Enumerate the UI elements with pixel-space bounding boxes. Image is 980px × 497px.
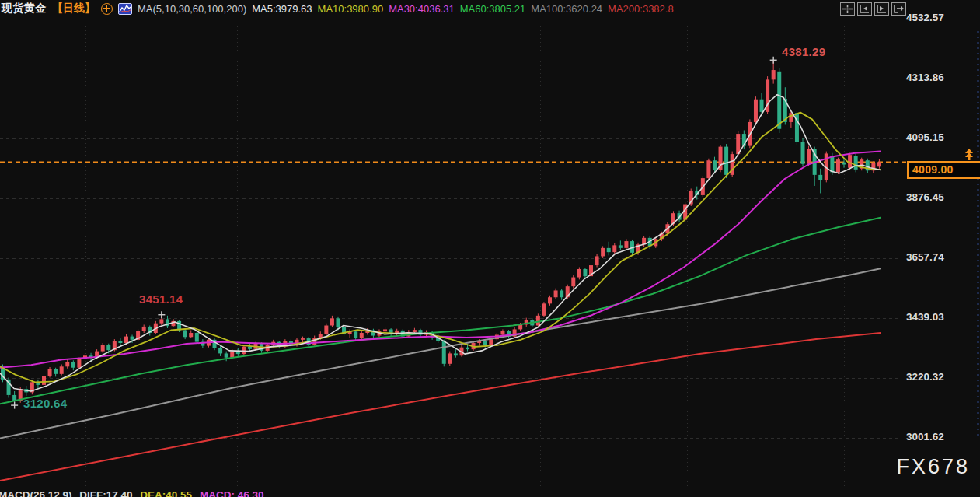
- price-annotation: 3120.64: [23, 397, 67, 410]
- axis-tick-label: 3220.32: [906, 371, 976, 383]
- ma10-value: MA10:3980.90: [318, 3, 384, 15]
- chart-header: 现货黄金 【日线】 MA(5,10,30,60,100,200) MA5:397…: [0, 0, 674, 17]
- current-price-value: 4009.00: [912, 163, 954, 176]
- go-to-latest-icon[interactable]: [874, 2, 889, 16]
- axis-tick-label: 4313.86: [906, 72, 976, 83]
- macd-dea-value: DEA:40.55: [140, 489, 192, 497]
- axis-tick-label: 3876.45: [906, 191, 976, 203]
- current-price-box: 4009.00: [907, 161, 980, 179]
- axis-tick-label: 3001.62: [906, 431, 976, 443]
- exit-chart-icon[interactable]: [891, 2, 906, 16]
- scale-left-icon[interactable]: [857, 2, 872, 16]
- ma30-value: MA30:4036.31: [389, 3, 455, 15]
- period-label: 【日线】: [52, 2, 96, 16]
- price-up-arrow-icon: [964, 149, 975, 161]
- mini-chart-icon[interactable]: [118, 3, 132, 15]
- ma-settings-label: MA(5,10,30,60,100,200): [138, 3, 246, 15]
- price-annotation: 4381.29: [782, 45, 825, 58]
- watermark: FX678: [896, 455, 970, 479]
- compare-plus-icon[interactable]: [101, 3, 113, 15]
- candles: [1, 60, 881, 405]
- crosshair-icon[interactable]: [840, 2, 855, 16]
- axis-tick-label: 4532.57: [906, 12, 976, 23]
- extreme-marker-high: [158, 311, 165, 318]
- extreme-marker-low: [11, 402, 18, 409]
- macd-params-label: MACD(26,12,9): [0, 489, 72, 497]
- price-annotation: 3451.14: [139, 292, 183, 306]
- axis-tick-label: 3439.03: [906, 311, 976, 323]
- axis-tick-label: 4095.15: [906, 131, 976, 143]
- macd-macd-value: MACD: 46.30: [200, 489, 264, 497]
- chart-window: { "header": { "symbol": "现货黄金", "period_…: [0, 0, 980, 497]
- extreme-marker-high: [770, 57, 777, 64]
- chart-toolbar: [840, 2, 906, 16]
- macd-diff-value: DIFF:17.40: [79, 489, 132, 497]
- chart-canvas[interactable]: [0, 0, 980, 497]
- axis-tick-label: 3657.74: [906, 251, 976, 263]
- ma60-value: MA60:3805.21: [460, 3, 526, 15]
- ma-line-ma200: [0, 333, 881, 481]
- symbol-name: 现货黄金: [2, 2, 47, 16]
- ma100-value: MA100:3620.24: [531, 3, 602, 15]
- ma200-value: MA200:3382.8: [608, 3, 674, 15]
- ma5-value: MA5:3979.63: [252, 3, 312, 15]
- macd-indicator-row: MACD(26,12,9) DIFF:17.40 DEA:40.55 MACD:…: [0, 489, 268, 497]
- ma-line-ma60: [0, 218, 881, 404]
